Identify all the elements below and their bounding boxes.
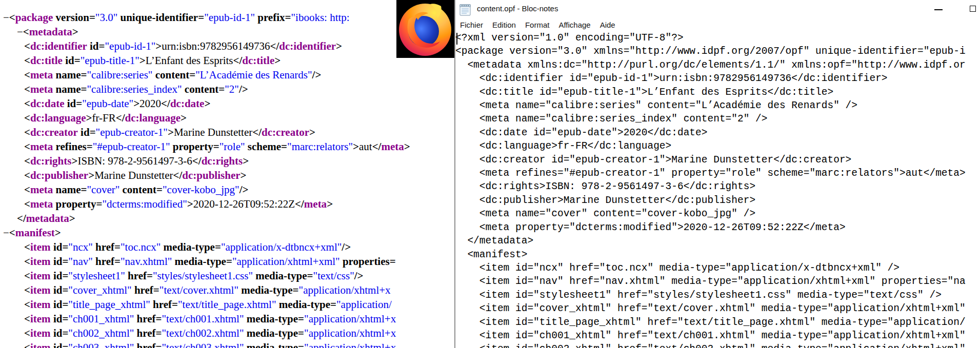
xml-token: id bbox=[53, 298, 63, 311]
xml-line: <item id="ch001_xhtml" href="text/ch001.… bbox=[0, 312, 455, 326]
xml-token: </ bbox=[233, 54, 242, 67]
notepad-line: <meta name="cover" content="cover-kobo_j… bbox=[455, 207, 980, 220]
notepad-line: <item id="cover_xhtml" href="text/cover.… bbox=[455, 302, 980, 315]
xml-token: "epub-id-1" bbox=[105, 40, 156, 52]
xml-token: < bbox=[24, 126, 30, 138]
xml-token: "cover_xhtml" bbox=[68, 284, 131, 296]
xml-token: media-type bbox=[247, 313, 298, 325]
notepad-line: <dc:identifier id="epub-id-1">urn:isbn:9… bbox=[455, 72, 980, 85]
xml-token: "L’Académie des Renards" bbox=[195, 69, 312, 81]
xml-line: <item id="ch003_xhtml" href="text/ch003.… bbox=[0, 340, 455, 348]
xml-tree: −<package version="3.0" unique-identifie… bbox=[0, 10, 455, 348]
xml-token: ISBN: 978-2-9561497-3-6 bbox=[77, 155, 192, 167]
collapse-toggle[interactable]: − bbox=[3, 227, 9, 239]
notepad-line: <meta refines="#epub-creator-1" property… bbox=[455, 167, 980, 180]
xml-token: item bbox=[30, 241, 51, 253]
xml-token: = bbox=[215, 241, 221, 253]
xml-line: <item id="cover_xhtml" href="text/cover.… bbox=[0, 283, 455, 297]
menu-aide[interactable]: Aide bbox=[595, 21, 620, 29]
menu-affichage[interactable]: Affichage bbox=[554, 21, 595, 29]
notepad-line: <package version="3.0" xmlns="http://www… bbox=[455, 45, 980, 58]
xml-token: "ch003_xhtml" bbox=[68, 341, 134, 348]
xml-token: id bbox=[90, 40, 99, 52]
xml-token: </ bbox=[161, 97, 170, 110]
xml-token: = bbox=[81, 69, 87, 81]
xml-token: > bbox=[327, 198, 333, 210]
xml-token: urn:isbn:9782956149736 bbox=[162, 40, 270, 52]
notepad-line: <item id="stylesheet1" href="styles/styl… bbox=[455, 289, 980, 302]
xml-token: </ bbox=[17, 212, 26, 224]
xml-token: dc:title bbox=[30, 54, 63, 67]
xml-token: 2020 bbox=[139, 97, 161, 110]
notepad-line: <meta name="calibre:series_index" conten… bbox=[455, 112, 980, 126]
xml-token: </ bbox=[116, 112, 125, 124]
minimize-button[interactable] bbox=[927, 0, 950, 18]
xml-token: "role" bbox=[219, 140, 245, 153]
notepad-line: <meta property="dcterms:modified">2020-1… bbox=[455, 221, 980, 234]
xml-token: "text/title_page.xhtml" bbox=[178, 298, 276, 311]
xml-token: id bbox=[53, 270, 63, 282]
xml-token: < bbox=[24, 241, 30, 253]
xml-token: </ bbox=[192, 155, 202, 167]
maximize-button[interactable] bbox=[962, 0, 980, 18]
xml-token: > bbox=[181, 112, 187, 124]
xml-token: = bbox=[76, 97, 82, 110]
xml-token: = bbox=[198, 11, 204, 24]
xml-token: < bbox=[9, 227, 15, 239]
xml-token: < bbox=[24, 284, 30, 296]
xml-token: meta bbox=[30, 183, 53, 196]
xml-token: < bbox=[24, 112, 30, 124]
notepad-text[interactable]: <?xml version="1.0" encoding="UTF-8"?><p… bbox=[455, 31, 980, 348]
notepad-line: <item id="title_page_xhtml" href="text/t… bbox=[455, 316, 980, 329]
xml-token: href bbox=[95, 255, 114, 268]
xml-token: id bbox=[67, 97, 76, 110]
xml-token: media-type bbox=[175, 255, 226, 268]
xml-token: meta bbox=[30, 69, 53, 81]
notepad-line: <item id="ch001_xhtml" href="text/ch001.… bbox=[455, 329, 980, 342]
xml-token: content bbox=[155, 69, 190, 81]
xml-token: "cover" bbox=[87, 183, 120, 196]
xml-token: = bbox=[218, 83, 225, 95]
xml-token: = bbox=[156, 183, 163, 196]
xml-token: dc:identifier bbox=[279, 40, 336, 52]
menu-format[interactable]: Format bbox=[521, 21, 554, 29]
xml-token: < bbox=[24, 97, 30, 110]
xml-token: = bbox=[89, 11, 95, 24]
xml-token: = bbox=[99, 40, 105, 52]
xml-token: prefix bbox=[257, 11, 285, 24]
xml-token: aut bbox=[359, 140, 372, 153]
xml-token: = bbox=[156, 341, 162, 348]
xml-token: "#epub-creator-1" bbox=[93, 140, 170, 153]
menu-edition[interactable]: Edition bbox=[488, 21, 521, 29]
xml-token: dc:publisher bbox=[30, 169, 88, 181]
xml-token: "3.0" bbox=[95, 11, 117, 24]
xml-token: > bbox=[187, 198, 193, 210]
minimize-icon bbox=[934, 9, 943, 10]
xml-token: dc:creator bbox=[30, 126, 78, 138]
xml-token: < bbox=[24, 140, 30, 153]
xml-token: > bbox=[243, 155, 249, 167]
xml-token: = bbox=[62, 255, 68, 268]
xml-token: "stylesheet1" bbox=[68, 270, 125, 282]
xml-token: < bbox=[24, 40, 30, 52]
xml-token: property bbox=[173, 140, 213, 153]
xml-token: = bbox=[172, 298, 178, 311]
notepad-line: <dc:creator id="epub-creator-1">Marine D… bbox=[455, 153, 980, 167]
xml-token: = bbox=[298, 327, 304, 339]
notepad-line: <manifest> bbox=[455, 248, 980, 261]
xml-token: = bbox=[81, 183, 87, 196]
xml-token: "text/css" bbox=[313, 270, 354, 282]
xml-token: "epub-date" bbox=[82, 97, 133, 110]
xml-token: item bbox=[30, 341, 51, 348]
collapse-toggle[interactable]: − bbox=[3, 11, 9, 24]
xml-token: "title_page_xhtml" bbox=[68, 298, 150, 311]
xml-token: "nav.xhtml" bbox=[121, 255, 172, 268]
xml-token: Marine Dunstetter bbox=[94, 169, 173, 181]
collapse-toggle[interactable]: − bbox=[17, 26, 23, 38]
xml-token: id bbox=[53, 341, 63, 348]
xml-token: item bbox=[30, 313, 51, 325]
menu-fichier[interactable]: Fichier bbox=[455, 21, 488, 29]
xml-token: dc:date bbox=[170, 97, 205, 110]
xml-token: = bbox=[62, 270, 68, 282]
xml-token: < bbox=[24, 270, 30, 282]
